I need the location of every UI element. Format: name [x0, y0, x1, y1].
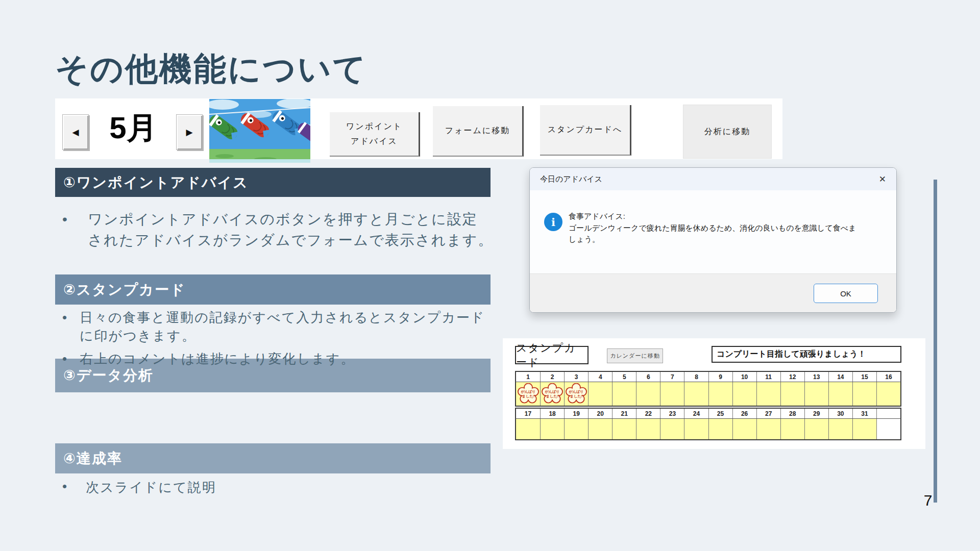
- app-toolbar-screenshot: ◀ 5月 ▶: [55, 98, 782, 159]
- day-number-cell: 10: [732, 372, 756, 382]
- stamp-cell: [540, 419, 564, 439]
- bullet-text: 右上のコメントは進捗により変化します。: [80, 349, 355, 368]
- stamp-cell: [804, 382, 828, 406]
- day-number-cell: 9: [708, 372, 732, 382]
- list-item: • 日々の食事と運動の記録がすべて入力されるとスタンプカード に印がつきます。: [62, 308, 501, 345]
- stamp-cell: [612, 419, 636, 439]
- go-to-analysis-button[interactable]: 分析に移動: [683, 105, 772, 159]
- svg-text:がんばり: がんばり: [544, 390, 559, 394]
- day-number-cell: 15: [852, 372, 876, 382]
- svg-text:がんばり: がんばり: [569, 390, 584, 394]
- day-number-cell: 12: [780, 372, 804, 382]
- stamp-cell: がんばりました!: [540, 382, 564, 406]
- day-number-cell: 6: [636, 372, 660, 382]
- day-number-cell: 16: [876, 372, 900, 382]
- slide: その他機能について ◀ 5月 ▶: [0, 0, 980, 551]
- day-number-cell: 17: [516, 409, 540, 418]
- day-number-cell: 7: [660, 372, 684, 382]
- day-number-cell: 4: [588, 372, 612, 382]
- stamp-cell: [828, 382, 852, 406]
- stamp-cell: [564, 419, 588, 439]
- stamp-cell: [732, 382, 756, 406]
- day-number-cell: 8: [684, 372, 708, 382]
- stamp-cell: [516, 419, 540, 439]
- day-number-cell: 20: [588, 409, 612, 418]
- stamp-cell: [756, 419, 780, 439]
- list-item: • 右上のコメントは進捗により変化します。: [62, 349, 501, 368]
- bullet-marker: •: [62, 479, 86, 496]
- stamp-cell: [636, 382, 660, 406]
- day-number-cell: 19: [564, 409, 588, 418]
- stamp-cell: [804, 419, 828, 439]
- stamp-cell: [732, 419, 756, 439]
- koinobori-image: [209, 99, 310, 163]
- stamp-card-title: スタンプカード: [515, 346, 589, 364]
- advice-dialog: 今日のアドバイス ✕ i 食事アドバイス: ゴールデンウィークで疲れた胃腸を休め…: [529, 167, 897, 313]
- day-number-cell: 29: [804, 409, 828, 418]
- stamp-cell: [612, 382, 636, 406]
- dialog-title-bar: 今日のアドバイス ✕: [530, 168, 896, 190]
- day-number-cell: [876, 409, 900, 418]
- section-header-achievement-rate: ④達成率: [55, 443, 491, 473]
- svg-text:ました!: ました!: [546, 394, 558, 398]
- day-number-cell: 31: [852, 409, 876, 418]
- stamp-cell: [852, 382, 876, 406]
- stamp-cell: [636, 419, 660, 439]
- section-header-one-point-advice: ①ワンポイントアドバイス: [55, 168, 491, 197]
- bullet-list-one-point-advice: • ワンポイントアドバイスのボタンを押すと月ごとに設定 されたアドバイスがランダ…: [62, 209, 496, 255]
- stamp-cell: [780, 419, 804, 439]
- day-number-cell: 30: [828, 409, 852, 418]
- stamp-cell: [660, 419, 684, 439]
- stamp-cell: [756, 382, 780, 406]
- ganbarimashita-stamp: がんばりました!: [518, 383, 539, 405]
- bullet-text: 日々の食事と運動の記録がすべて入力されるとスタンプカード に印がつきます。: [80, 308, 485, 345]
- chevron-left-icon: ◀: [72, 127, 79, 138]
- day-number-cell: 13: [804, 372, 828, 382]
- dialog-footer: OK: [530, 273, 896, 313]
- go-to-stamp-card-button[interactable]: スタンプカードへ: [540, 105, 631, 156]
- day-number-cell: 23: [660, 409, 684, 418]
- progress-comment: コンプリート目指して頑張りましょう！: [712, 346, 901, 363]
- stamp-grid-days-17-31: 171819202122232425262728293031: [515, 408, 901, 440]
- day-number-cell: 18: [540, 409, 564, 418]
- stamp-cell: [708, 419, 732, 439]
- prev-month-button[interactable]: ◀: [62, 114, 89, 150]
- page-number: 7: [917, 492, 939, 509]
- page-title: その他機能について: [55, 47, 368, 91]
- go-to-calendar-button[interactable]: カレンダーに移動: [607, 348, 663, 363]
- next-month-button[interactable]: ▶: [176, 114, 203, 150]
- svg-text:ました!: ました!: [522, 394, 534, 398]
- day-number-cell: 22: [636, 409, 660, 418]
- svg-text:ました!: ました!: [570, 394, 582, 398]
- day-number-cell: 28: [780, 409, 804, 418]
- list-item: • ワンポイントアドバイスのボタンを押すと月ごとに設定 されたアドバイスがランダ…: [62, 209, 496, 251]
- stamp-cell: [660, 382, 684, 406]
- month-label: 5月: [95, 103, 172, 154]
- chevron-right-icon: ▶: [186, 127, 192, 138]
- close-icon[interactable]: ✕: [879, 174, 886, 185]
- bullet-marker: •: [62, 308, 80, 345]
- ganbarimashita-stamp: がんばりました!: [566, 383, 587, 405]
- ok-button[interactable]: OK: [814, 284, 878, 303]
- stamp-cell: [684, 419, 708, 439]
- dialog-body: i 食事アドバイス: ゴールデンウィークで疲れた胃腸を休めるため、消化の良いもの…: [530, 190, 896, 273]
- bullet-marker: •: [62, 349, 80, 368]
- stamp-cell: [852, 419, 876, 439]
- one-point-advice-button[interactable]: ワンポイント アドバイス: [330, 112, 420, 157]
- section-header-stamp-card: ②スタンプカード: [55, 274, 491, 305]
- day-number-cell: 27: [756, 409, 780, 418]
- list-item: • 次スライドにて説明: [62, 479, 501, 496]
- bullet-text: 次スライドにて説明: [86, 479, 216, 496]
- day-number-cell: 5: [612, 372, 636, 382]
- dialog-message: 食事アドバイス: ゴールデンウィークで疲れた胃腸を休めるため、消化の良いものを意…: [569, 211, 885, 245]
- ganbarimashita-stamp: がんばりました!: [542, 383, 563, 405]
- day-number-cell: 11: [756, 372, 780, 382]
- svg-text:がんばり: がんばり: [520, 390, 535, 394]
- stamp-cell: [588, 382, 612, 406]
- bullet-list-achievement-rate: • 次スライドにて説明: [62, 479, 501, 500]
- bullet-text: ワンポイントアドバイスのボタンを押すと月ごとに設定 されたアドバイスがランダムで…: [88, 209, 493, 251]
- day-number-cell: 25: [708, 409, 732, 418]
- go-to-form-button[interactable]: フォームに移動: [433, 106, 524, 157]
- stamp-cell: [684, 382, 708, 406]
- stamp-cell: [876, 382, 900, 406]
